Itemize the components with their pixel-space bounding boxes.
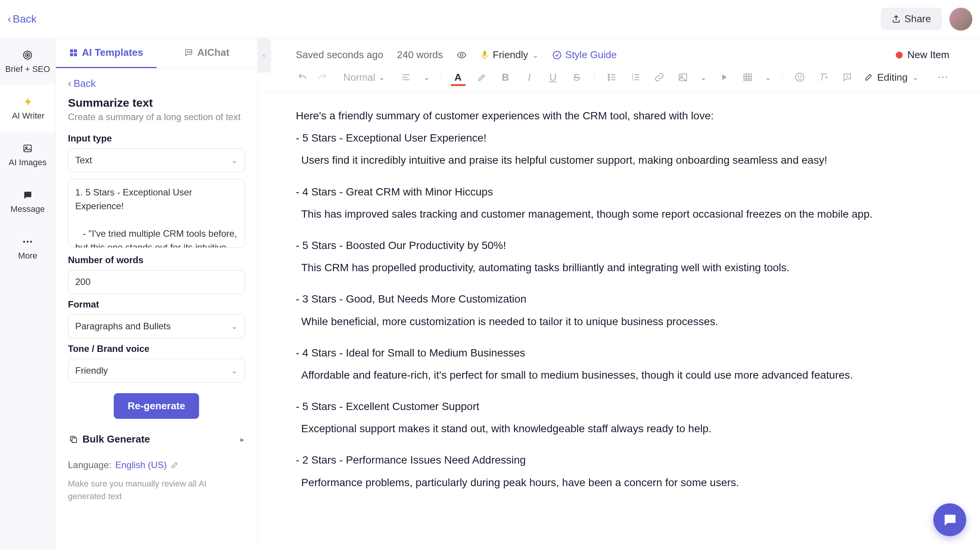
align-button[interactable] xyxy=(400,71,413,84)
sidebar-item-more[interactable]: More xyxy=(0,225,56,272)
chat-fab[interactable] xyxy=(933,503,966,536)
editor-toolbar: Normal ⌄ ⌄ A B I U S 123 xyxy=(258,65,980,92)
tone-chip[interactable]: Friendly ⌄ xyxy=(480,49,538,61)
svg-point-28 xyxy=(795,73,804,81)
strike-button[interactable]: S xyxy=(570,71,583,84)
more-button[interactable] xyxy=(936,71,949,84)
editor-block: - 3 Stars - Good, But Needs More Customi… xyxy=(296,290,942,330)
chevron-down-icon: ⌄ xyxy=(912,73,919,82)
bold-button[interactable]: B xyxy=(499,71,512,84)
link-button[interactable] xyxy=(653,71,666,84)
new-item-indicator[interactable]: New Item xyxy=(896,49,949,61)
svg-rect-25 xyxy=(679,74,687,80)
status-dot-icon xyxy=(896,52,903,59)
words-input[interactable] xyxy=(68,270,245,294)
format-value: Paragraphs and Bullets xyxy=(75,321,171,332)
svg-point-12 xyxy=(187,52,188,52)
input-type-select[interactable]: Text ⌄ xyxy=(68,148,245,172)
visibility-button[interactable] xyxy=(457,50,467,60)
clear-format-button[interactable] xyxy=(817,71,830,84)
text-color-button[interactable]: A xyxy=(452,71,465,84)
editor-block-head: - 4 Stars - Ideal for Small to Medium Bu… xyxy=(296,344,942,362)
editor-intro: Here's a friendly summary of customer ex… xyxy=(296,107,942,125)
svg-rect-11 xyxy=(74,53,77,56)
editor-column: Saved seconds ago 240 words Friendly ⌄ xyxy=(258,38,980,550)
chevron-down-icon[interactable]: ⌄ xyxy=(765,73,771,82)
editor-block: - 5 Stars - Excellent Customer SupportEx… xyxy=(296,398,942,438)
templates-icon xyxy=(69,48,78,57)
bulk-generate-button[interactable]: Bulk Generate ▸ xyxy=(68,430,245,448)
editor-block-body: Users find it incredibly intuitive and p… xyxy=(296,151,942,169)
source-text-input[interactable] xyxy=(68,179,245,248)
chevron-down-icon: ⌄ xyxy=(532,50,539,60)
block-style-select[interactable]: Normal ⌄ xyxy=(340,72,389,83)
side-panel: ‹ AI Templates AIChat ‹ Back Summarize t… xyxy=(56,38,258,550)
svg-rect-8 xyxy=(70,49,73,52)
tab-label: AIChat xyxy=(197,47,229,59)
redo-button[interactable] xyxy=(316,71,329,84)
sidebar-item-brief-seo[interactable]: Brief + SEO xyxy=(0,38,56,85)
editor-block-head: - 5 Stars - Excellent Customer Support xyxy=(296,398,942,415)
top-header: ‹ Back Share xyxy=(0,0,980,38)
target-icon xyxy=(21,49,34,61)
back-button[interactable]: ‹ Back xyxy=(8,13,37,25)
editor-body[interactable]: Here's a friendly summary of customer ex… xyxy=(258,92,980,550)
editor-block-head: - 4 Stars - Great CRM with Minor Hiccups xyxy=(296,183,942,201)
svg-point-6 xyxy=(27,241,29,243)
format-select[interactable]: Paragraphs and Bullets ⌄ xyxy=(68,314,245,338)
avatar[interactable] xyxy=(949,8,972,31)
back-label: Back xyxy=(13,13,36,25)
tone-select[interactable]: Friendly ⌄ xyxy=(68,359,245,382)
editor-block-head: - 3 Stars - Good, But Needs More Customi… xyxy=(296,290,942,308)
video-button[interactable] xyxy=(717,71,730,84)
editor-block-body: This has improved sales tracking and cus… xyxy=(296,205,942,223)
table-button[interactable] xyxy=(741,71,754,84)
svg-point-7 xyxy=(30,241,32,243)
ordered-list-button[interactable]: 123 xyxy=(629,71,642,84)
comment-button[interactable] xyxy=(841,71,854,84)
regenerate-button[interactable]: Re-generate xyxy=(114,393,199,419)
chevron-left-icon: ‹ xyxy=(263,52,265,59)
sidebar-item-label: AI Writer xyxy=(12,111,44,121)
svg-point-20 xyxy=(608,76,609,78)
sidebar-item-message[interactable]: Message xyxy=(0,178,56,225)
chat-icon xyxy=(184,48,193,57)
underline-button[interactable]: U xyxy=(547,71,560,84)
tone-value: Friendly xyxy=(75,365,108,376)
language-value[interactable]: English (US) xyxy=(115,460,167,470)
sidebar-item-ai-images[interactable]: AI Images xyxy=(0,132,56,178)
undo-button[interactable] xyxy=(296,71,309,84)
chevron-down-icon: ⌄ xyxy=(379,73,385,82)
bullet-list-button[interactable] xyxy=(605,71,618,84)
emoji-button[interactable] xyxy=(793,71,806,84)
tab-aichat[interactable]: AIChat xyxy=(157,38,257,68)
image-button[interactable] xyxy=(676,71,689,84)
collapse-panel-button[interactable]: ‹ xyxy=(257,38,271,73)
edit-icon[interactable] xyxy=(171,461,178,469)
svg-point-31 xyxy=(939,76,940,78)
svg-point-5 xyxy=(23,241,25,243)
review-note: Make sure you manually review all AI gen… xyxy=(68,477,245,503)
chevron-down-icon[interactable]: ⌄ xyxy=(700,73,707,82)
editor-meta: Saved seconds ago 240 words Friendly ⌄ xyxy=(258,38,980,65)
italic-button[interactable]: I xyxy=(523,71,536,84)
highlight-button[interactable] xyxy=(475,71,488,84)
style-guide-button[interactable]: Style Guide xyxy=(552,49,617,61)
svg-point-2 xyxy=(27,54,29,56)
svg-point-33 xyxy=(946,76,947,78)
header-right: Share xyxy=(881,8,972,31)
left-rail: Brief + SEO AI Writer AI Images Message … xyxy=(0,38,56,550)
panel-back-label: Back xyxy=(74,78,96,89)
sidebar-item-ai-writer[interactable]: AI Writer xyxy=(0,85,56,132)
tab-ai-templates[interactable]: AI Templates xyxy=(56,38,157,68)
svg-point-21 xyxy=(608,79,609,80)
new-item-label: New Item xyxy=(907,49,949,61)
panel-back-button[interactable]: ‹ Back xyxy=(68,78,245,89)
chevron-down-icon[interactable]: ⌄ xyxy=(423,73,430,82)
tone-label: Tone / Brand voice xyxy=(68,343,245,354)
svg-point-29 xyxy=(798,76,799,77)
editing-mode-select[interactable]: Editing ⌄ xyxy=(864,72,919,83)
chat-icon xyxy=(942,512,957,527)
share-button[interactable]: Share xyxy=(881,8,942,30)
eye-icon xyxy=(457,50,467,60)
